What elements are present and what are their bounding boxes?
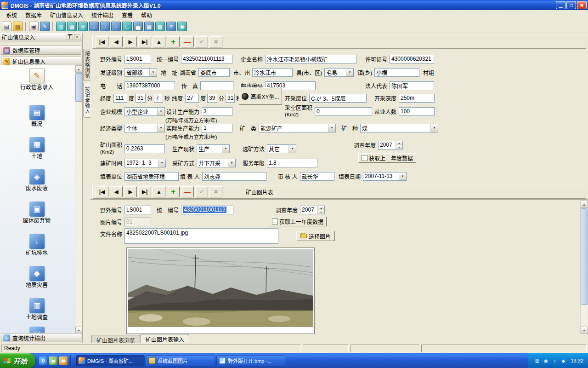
sidebar-item-wastewater[interactable]: ◈ 废水废液 [0,169,74,192]
menu-item-stats-output[interactable]: 统计输出 [87,10,118,20]
scrollbar-thumb[interactable] [581,208,588,305]
survey-year-spinner[interactable]: 2007 ▲▼ [378,141,403,150]
lat-min-input[interactable]: 39 [207,94,217,103]
chart-icon[interactable]: ▅ [133,22,143,31]
import-icon[interactable]: ↓ [89,22,99,31]
sidebar-item-admin-info[interactable]: ✎ 行政信息录入 [0,68,74,91]
scroll-up-icon[interactable]: ▲ [581,201,588,208]
prev-record-button[interactable]: ◀ [110,36,123,47]
tab-picture-input[interactable]: 矿山图片表输入 [141,334,189,343]
dropdown-arrow-icon[interactable]: ▼ [430,124,438,132]
mining-method-dropdown[interactable]: 井下开采 ▼ [197,159,236,167]
map-icon[interactable]: ▩ [155,22,165,31]
menu-item-help[interactable]: 帮助 [137,10,156,20]
tray-icon-3[interactable]: ♪ [551,357,558,364]
picture-next-record-button[interactable]: ▶ [124,186,137,197]
database-icon[interactable]: ▥ [56,22,66,31]
scroll-down-icon[interactable]: ▼ [581,327,588,334]
gauss-xy-button[interactable]: 高斯XY坐... [239,87,282,105]
dropdown-arrow-icon[interactable]: ▼ [149,69,157,76]
dropdown-arrow-icon[interactable]: ▼ [346,69,353,76]
spin-up-icon[interactable]: ▲ [396,141,402,145]
fill-unit-input[interactable]: 湖南省地质环境 [124,172,179,181]
menu-item-view[interactable]: 查看 [118,10,137,20]
city-input[interactable]: 娄底市 [198,68,230,77]
fill-date-dropdown[interactable]: 2007-11-13 ▼ [363,172,407,181]
media-player-icon[interactable]: ◉ [59,356,68,365]
picture-delete-record-button[interactable]: — [181,186,194,197]
sidebar-group-database-management[interactable]: ▥ 数据库管理 [1,46,81,55]
tab-picture-browse[interactable]: 矿山图片表浏览 [91,335,140,343]
sidebar-scrollbar[interactable]: ▲ ▼ [75,65,82,334]
picture-field-no-input[interactable]: LS001 [124,206,151,214]
design-capacity-input[interactable]: 3 [202,107,232,116]
economy-type-dropdown[interactable]: 个体 ▼ [124,124,165,132]
picture-scrollbar[interactable]: ▲ ▼ [580,201,588,334]
edit-icon[interactable]: ✎ [40,22,50,31]
close-panel-icon[interactable]: × [74,34,80,40]
tray-icon-2[interactable]: ◉ [543,357,549,364]
city2-input[interactable]: 冷水江市 [252,68,293,77]
picture-survey-year-spinner[interactable]: 2007 ▲▼ [300,206,325,214]
table-icon[interactable]: ▦ [67,22,77,31]
spinner-buttons[interactable]: ▲▼ [396,141,402,149]
next-record-button[interactable]: ▶ [124,36,137,47]
dropdown-arrow-icon[interactable]: ▼ [158,159,165,167]
edit-record-button[interactable]: ▲ [153,36,165,47]
goaf-area-input[interactable]: 0 [315,107,372,116]
license-input[interactable]: 4300000620321 [390,55,434,63]
scrollbar-thumb[interactable] [75,73,82,102]
lon-deg-input[interactable]: 111 [113,94,127,103]
close-button[interactable]: ✖ [577,1,587,9]
service-years-input[interactable]: 1.8 [267,159,317,167]
lat-deg-input[interactable]: 27 [185,94,199,103]
menu-item-system[interactable]: 系统 [2,10,21,20]
auditor-input[interactable]: 戴长华 [300,172,334,181]
picture-edit-record-button[interactable]: ▲ [153,186,165,197]
spin-down-icon[interactable]: ▼ [396,145,402,149]
mine-kind-dropdown[interactable]: 煤 ▼ [360,124,438,132]
fax-input[interactable] [200,81,233,90]
fill-person-input[interactable]: 刘志尧 [202,172,266,181]
sort-icon[interactable]: ↕ [111,22,121,31]
layers-icon[interactable]: ≡ [166,22,176,31]
new-icon[interactable]: ▤ [2,22,11,31]
tab-record-input[interactable]: 按记录输入 [83,83,90,118]
dropdown-arrow-icon[interactable]: ▼ [228,159,235,167]
last-record-button[interactable]: ▶| [138,36,151,47]
workers-input[interactable]: 100 [399,107,435,116]
globe-toolbar-icon[interactable]: ◉ [177,22,187,31]
enterprise-scale-dropdown[interactable]: 小型企业 ▼ [124,107,165,116]
sidebar-item-geo-hazard[interactable]: ◆ 地质灾害 [0,266,74,289]
menu-item-database[interactable]: 数据库 [21,10,46,20]
town-input[interactable]: 小横 [374,68,419,77]
minimize-button[interactable]: ▁ [556,1,565,9]
sidebar-item-solid-waste[interactable]: ▣ 固体废弃物 [0,201,74,224]
export-icon[interactable]: ↑ [100,22,110,31]
spin-down-icon[interactable]: ▼ [318,210,324,214]
dropdown-arrow-icon[interactable]: ▼ [157,108,164,115]
mine-class-dropdown[interactable]: 能源矿产 ▼ [259,124,336,132]
maximize-button[interactable]: □ [566,1,576,9]
lon-sec-input[interactable]: 7 [154,94,163,103]
company-input[interactable]: 冷水江市毛易镇小横煤矿 [265,55,357,63]
first-record-button[interactable]: |◀ [96,36,108,47]
show-desktop-icon[interactable]: ▣ [49,356,57,365]
spinner-buttons[interactable]: ▲▼ [317,206,324,214]
delete-record-button[interactable]: — [181,36,194,47]
picture-first-record-button[interactable]: |◀ [96,186,108,197]
open-icon[interactable]: ▧ [13,22,23,31]
legal-rep-input[interactable]: 陈国军 [390,81,434,90]
picture-add-record-button[interactable]: + [167,186,180,197]
mine-area-input[interactable]: 0.2263 [124,144,165,153]
ruler-icon[interactable]: ∟ [122,22,132,31]
choose-picture-button[interactable]: 选择图片 [296,231,335,241]
cancel-edit-button[interactable]: ✖ [209,36,222,47]
save-icon[interactable]: ▣ [29,22,39,31]
county-dropdown[interactable]: 毛易 ▼ [324,68,354,77]
unified-no-input[interactable]: 43250211001113 [181,55,232,63]
scroll-up-icon[interactable]: ▲ [75,65,82,73]
lon-min-input[interactable]: 31 [136,94,146,103]
picture-cancel-edit-button[interactable]: ✖ [209,186,222,197]
post-edit-button[interactable]: ✔ [195,36,208,47]
